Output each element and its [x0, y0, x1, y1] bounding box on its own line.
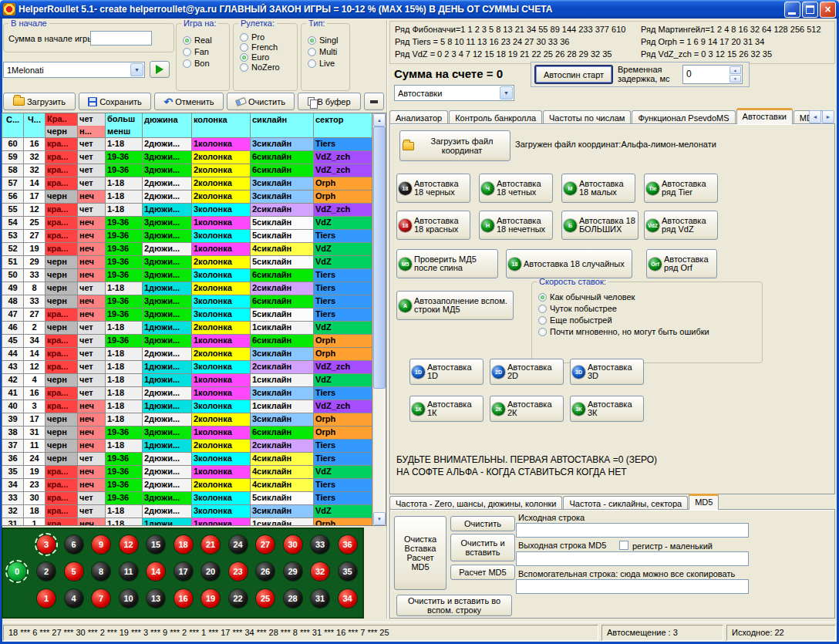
board-number-2[interactable]: 2 [37, 562, 56, 581]
board-number-32[interactable]: 32 [311, 562, 329, 581]
autobet-row-orf-button[interactable]: OrfАвтоставка ряд Orf [646, 249, 717, 278]
radio-game-1[interactable]: Fan [183, 47, 227, 56]
board-number-29[interactable]: 29 [284, 562, 302, 581]
board-number-15[interactable]: 15 [147, 535, 165, 554]
board-number-25[interactable]: 25 [256, 589, 275, 608]
md5-clear-paste-button[interactable]: Очистить и вставить [450, 534, 515, 561]
autofill-md5-button[interactable]: А Автозаполнение вспом. строки МД5 [396, 291, 514, 320]
save-button[interactable]: Сохранить [79, 93, 151, 110]
load-coordinates-button[interactable]: Загрузить файл координат [399, 130, 510, 161]
autobet-row-vdz-button[interactable]: VdZАвтоставка ряд VdZ [644, 211, 718, 240]
autobet-1k-button[interactable]: 1КАвтоставка 1К [409, 396, 484, 422]
radio-speed-2[interactable]: Еще побыстрей [538, 315, 760, 325]
undo-button[interactable]: ↶ Отменить [154, 93, 224, 110]
main-tab-4[interactable]: Автоставки [736, 108, 793, 124]
autobet-3d-button[interactable]: 3DАвтоставка 3D [570, 359, 644, 385]
radio-game-2[interactable]: Bon [183, 59, 227, 68]
md5-clear-button[interactable]: Очистить [450, 516, 515, 531]
board-number-1[interactable]: 1 [37, 589, 56, 608]
board-number-7[interactable]: 7 [92, 589, 110, 608]
board-number-8[interactable]: 8 [92, 562, 110, 581]
board-number-3[interactable]: 3 [37, 535, 56, 554]
check-md5-after-spin-button[interactable]: М5Проверить МД5 после спина [396, 249, 498, 278]
scroll-up-button[interactable]: ▲ [373, 113, 386, 126]
md5-calc-button[interactable]: Расчет MD5 [450, 565, 515, 580]
scroll-down-button[interactable]: ▼ [373, 512, 386, 525]
load-button[interactable]: Загрузить [3, 93, 76, 110]
bottom-tab-2[interactable]: MD5 [689, 494, 719, 510]
radio-speed-1[interactable]: Чуток побыстрее [538, 304, 760, 313]
board-number-31[interactable]: 31 [311, 589, 329, 608]
md5-clear-paste-aux-button[interactable]: Очистить и вставить во вспом. строку [396, 595, 512, 616]
close-button[interactable]: × [820, 2, 836, 18]
board-number-35[interactable]: 35 [339, 562, 357, 581]
radio-wheel-1[interactable]: French [240, 42, 295, 52]
board-number-23[interactable]: 23 [229, 562, 248, 581]
board-number-33[interactable]: 33 [311, 535, 329, 554]
board-number-17[interactable]: 17 [174, 562, 193, 581]
autospin-start-button[interactable]: Автоспин старт [534, 65, 613, 84]
mode-combobox-arrow[interactable]: ▼ [500, 86, 513, 99]
board-number-34[interactable]: 34 [339, 589, 357, 608]
autobet-18-low-button[interactable]: МАвтоставка 18 малых [561, 174, 635, 203]
board-number-36[interactable]: 36 [339, 535, 357, 554]
radio-wheel-2[interactable]: Euro [240, 52, 295, 62]
md5-source-input[interactable] [516, 523, 749, 538]
board-number-11[interactable]: 11 [120, 562, 138, 581]
board-number-19[interactable]: 19 [201, 589, 220, 608]
radio-speed-0[interactable]: Как обычный человек [538, 292, 760, 302]
board-number-27[interactable]: 27 [256, 535, 275, 554]
start-sum-input[interactable] [90, 31, 152, 46]
autobet-18-even-button[interactable]: ЧАвтоставка 18 четных [479, 174, 553, 203]
collapse-button[interactable] [364, 93, 384, 110]
autobet-18-high-button[interactable]: БАвтоставка 18 БОЛЬШИХ [561, 211, 639, 240]
radio-type-0[interactable]: Singl [308, 35, 348, 45]
radio-wheel-3[interactable]: NoZero [240, 62, 295, 72]
board-number-13[interactable]: 13 [147, 589, 165, 608]
tabs-scroll-right-button[interactable]: ► [822, 110, 834, 123]
radio-speed-3[interactable]: Почти мгновенно, но могут быть ошибки [538, 327, 760, 336]
radio-type-1[interactable]: Multi [308, 47, 348, 56]
spinner-down-button[interactable]: ▼ [729, 75, 741, 83]
preset-combobox[interactable]: 1Melonati ▼ [3, 62, 145, 78]
board-number-4[interactable]: 4 [65, 589, 83, 608]
autobet-18-odd-button[interactable]: НАвтоставка 18 нечетных [479, 211, 553, 240]
autobet-1d-button[interactable]: 1DАвтоставка 1D [409, 359, 484, 385]
md5-aux-input[interactable] [516, 579, 749, 594]
board-number-21[interactable]: 21 [201, 535, 220, 554]
board-number-0[interactable]: 0 [8, 562, 26, 581]
board-number-9[interactable]: 9 [92, 535, 110, 554]
radio-wheel-0[interactable]: Pro [240, 32, 295, 42]
autobet-18-random-button[interactable]: 18Автоставка 18 случайных [506, 249, 632, 278]
board-number-5[interactable]: 5 [65, 562, 83, 581]
md5-clear-paste-calc-button[interactable]: Очистка Вставка Расчет MD5 [394, 516, 446, 590]
radio-type-2[interactable]: Live [308, 59, 348, 68]
maximize-button[interactable] [802, 2, 818, 18]
board-number-22[interactable]: 22 [229, 589, 248, 608]
autobet-18-red-button[interactable]: 18Автоставка 18 красных [396, 211, 470, 240]
board-number-30[interactable]: 30 [284, 535, 302, 554]
board-number-20[interactable]: 20 [201, 562, 220, 581]
radio-game-0[interactable]: Real [183, 35, 227, 45]
spinner-up-button[interactable]: ▲ [729, 66, 741, 74]
tabs-scroll-left-button[interactable]: ◄ [809, 110, 821, 123]
md5-lowercase-checkbox[interactable] [619, 541, 628, 550]
autobet-2k-button[interactable]: 2КАвтоставка 2К [490, 396, 564, 422]
board-number-26[interactable]: 26 [256, 562, 275, 581]
table-scrollbar[interactable]: ▲ ▼ [372, 113, 386, 525]
play-button[interactable] [150, 61, 170, 78]
clear-button[interactable]: Очистить [227, 93, 295, 110]
copy-to-buffer-button[interactable]: В буфер [298, 93, 361, 110]
delay-spinner[interactable]: 0 ▲ ▼ [682, 65, 743, 84]
board-number-10[interactable]: 10 [120, 589, 138, 608]
board-number-12[interactable]: 12 [120, 535, 138, 554]
board-number-24[interactable]: 24 [229, 535, 248, 554]
autobet-row-tier-button[interactable]: TieАвтоставка ряд Tier [644, 174, 718, 203]
minimize-button[interactable] [784, 2, 800, 18]
autobet-2d-button[interactable]: 2DАвтоставка 2D [490, 359, 564, 385]
autobet-3k-button[interactable]: 3КАвтоставка 3К [570, 396, 644, 422]
board-number-14[interactable]: 14 [147, 562, 165, 581]
board-number-6[interactable]: 6 [65, 535, 83, 554]
md5-output-input[interactable] [516, 551, 749, 566]
scrollbar-thumb[interactable] [373, 126, 386, 389]
